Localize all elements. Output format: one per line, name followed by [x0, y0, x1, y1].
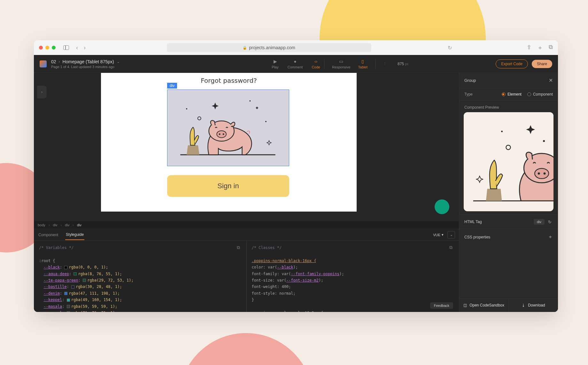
- close-icon[interactable]: ✕: [549, 77, 553, 83]
- mode-tabs: ▶ Play ● Comment ‹› Code: [272, 59, 320, 69]
- svg-point-3: [217, 131, 226, 138]
- browser-chrome: ‹ › 🔒 projects.animaapp.com ↻ ⇪ ＋ ⧉: [34, 40, 558, 55]
- main-area: › Forgot password? div: [34, 73, 558, 312]
- chevron-down-icon: ▾: [442, 233, 444, 237]
- selection-box[interactable]: div: [167, 89, 289, 166]
- reset-icon[interactable]: ↻: [546, 219, 553, 225]
- svg-point-13: [535, 168, 549, 179]
- inspector-panel: Group ✕ Type Element Component Component…: [459, 73, 558, 312]
- mode-tab-play[interactable]: ▶ Play: [272, 59, 278, 69]
- chevron-down-icon[interactable]: ⌄: [117, 59, 120, 64]
- traffic-lights: [39, 46, 56, 50]
- close-window-button[interactable]: [39, 46, 43, 50]
- export-code-button[interactable]: Export Code: [496, 59, 528, 68]
- breadcrumb-item[interactable]: body: [38, 223, 45, 227]
- app-shell: 02 › Homepage (Tablet 875px) ⌄ Page 1 of…: [34, 55, 558, 312]
- add-icon[interactable]: ＋: [548, 234, 553, 240]
- canvas-viewport: › Forgot password? div: [34, 73, 459, 221]
- open-codesandbox-button[interactable]: ◫ Open CodeSandbox: [459, 299, 508, 312]
- breadcrumb-item[interactable]: div: [77, 223, 81, 227]
- top-bar: 02 › Homepage (Tablet 875px) ⌄ Page 1 of…: [34, 55, 558, 73]
- panel-tabs: Component Styleguide VUE ▾ ⌄: [34, 229, 459, 241]
- language-dropdown[interactable]: VUE ▾: [433, 233, 444, 237]
- comment-icon: ●: [294, 59, 296, 64]
- codesandbox-icon: ◫: [463, 303, 467, 307]
- mode-tab-code[interactable]: ‹› Code: [312, 59, 320, 69]
- html-tag-label: HTML Tag: [464, 220, 482, 224]
- help-fab[interactable]: [435, 199, 449, 214]
- forward-button[interactable]: ›: [84, 44, 86, 51]
- css-props-label: CSS properties: [464, 235, 490, 239]
- crumb-number: 02: [51, 59, 56, 64]
- tab-component[interactable]: Component: [38, 230, 59, 240]
- type-row: Type Element Component: [459, 88, 558, 100]
- new-tab-icon[interactable]: ＋: [537, 44, 543, 51]
- dom-breadcrumb: body › div › div › div: [34, 221, 459, 229]
- sign-in-button[interactable]: Sign in: [167, 175, 289, 197]
- chevron-right-icon: ›: [59, 59, 60, 64]
- tab-styleguide[interactable]: Styleguide: [65, 230, 84, 240]
- artboard: Forgot password? div: [101, 73, 357, 212]
- svg-point-15: [544, 172, 546, 175]
- illustration: [167, 90, 289, 166]
- responsive-icon: ▭: [339, 59, 343, 64]
- play-icon: ▶: [274, 59, 277, 64]
- code-classes-column: ⧉ /* Classes */.poppins-normal-black-16p…: [247, 241, 459, 312]
- expand-sidebar-handle[interactable]: ›: [37, 86, 47, 98]
- breadcrumb-item[interactable]: div: [65, 223, 69, 227]
- feedback-button[interactable]: Feedback: [430, 302, 453, 309]
- more-icon[interactable]: ⋮: [383, 62, 387, 66]
- type-radio-component[interactable]: Component: [527, 92, 553, 97]
- svg-point-9: [249, 100, 251, 102]
- collapse-panel-button[interactable]: ⌄: [447, 231, 455, 239]
- maximize-window-button[interactable]: [52, 46, 56, 50]
- type-label: Type: [464, 92, 473, 97]
- dimension-label: 875 px: [398, 62, 408, 66]
- mode-tab-comment[interactable]: ● Comment: [288, 59, 303, 69]
- sidebar-toggle-icon[interactable]: [63, 45, 69, 50]
- share-icon[interactable]: ⇪: [527, 44, 531, 51]
- device-tabs: ▭ Responsive ▯ Tablet ⋮ 875 px: [324, 59, 408, 69]
- component-preview: [464, 112, 553, 211]
- tabs-icon[interactable]: ⧉: [549, 44, 553, 51]
- tablet-icon: ▯: [361, 59, 364, 64]
- nav-arrows: ‹ ›: [76, 44, 86, 51]
- svg-point-18: [501, 131, 503, 132]
- lock-icon: 🔒: [243, 46, 247, 50]
- breadcrumb-item[interactable]: div: [53, 223, 58, 227]
- app-logo: [40, 60, 47, 67]
- preview-label: Component Preview: [459, 100, 558, 112]
- page-subtitle: Page 1 of 4. Last updated 3 minutes ago: [51, 65, 120, 69]
- copy-icon[interactable]: ⧉: [237, 244, 243, 250]
- inspector-title: Group: [464, 78, 476, 83]
- forgot-password-text: Forgot password?: [101, 77, 357, 84]
- html-tag-row: HTML Tag div ↻: [459, 214, 558, 229]
- device-tab-tablet[interactable]: ▯ Tablet: [358, 59, 368, 69]
- share-button[interactable]: Share: [532, 60, 552, 68]
- minimize-window-button[interactable]: [45, 46, 49, 50]
- copy-icon[interactable]: ⧉: [449, 244, 455, 250]
- html-tag-value[interactable]: div: [534, 219, 545, 225]
- inspector-footer: ◫ Open CodeSandbox ⭳ Download: [459, 298, 558, 312]
- page-title: Homepage (Tablet 875px): [63, 59, 114, 64]
- breadcrumb-title: 02 › Homepage (Tablet 875px) ⌄ Page 1 of…: [51, 59, 120, 69]
- url-text: projects.animaapp.com: [249, 45, 295, 50]
- back-button[interactable]: ‹: [76, 44, 78, 51]
- bg-decoration-blob: [179, 333, 313, 365]
- download-icon: ⭳: [522, 303, 525, 307]
- url-bar[interactable]: 🔒 projects.animaapp.com: [167, 43, 371, 52]
- type-radio-element[interactable]: Element: [502, 92, 522, 97]
- browser-window: ‹ › 🔒 projects.animaapp.com ↻ ⇪ ＋ ⧉ 02 ›…: [34, 40, 558, 312]
- download-button[interactable]: ⭳ Download: [508, 299, 558, 312]
- inspector-header: Group ✕: [459, 73, 558, 88]
- chrome-actions: ⇪ ＋ ⧉: [527, 44, 553, 51]
- reload-icon[interactable]: ↻: [448, 45, 452, 51]
- canvas-column: › Forgot password? div: [34, 73, 459, 312]
- device-tab-responsive[interactable]: ▭ Responsive: [332, 59, 350, 69]
- code-icon: ‹›: [314, 59, 317, 64]
- svg-point-4: [219, 133, 220, 135]
- selection-tag: div: [167, 83, 177, 89]
- svg-point-8: [186, 108, 187, 110]
- css-props-row: CSS properties ＋: [459, 229, 558, 245]
- svg-point-7: [265, 121, 267, 122]
